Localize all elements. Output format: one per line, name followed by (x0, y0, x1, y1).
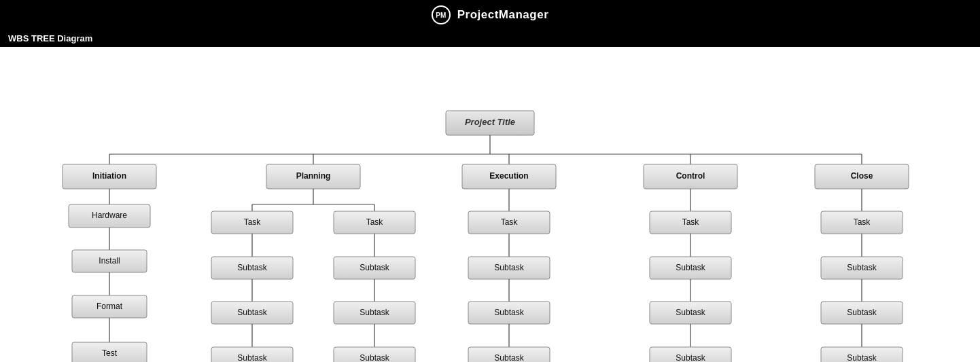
close-sub3-label: Subtask (847, 353, 877, 362)
close-sub1-label: Subtask (847, 263, 877, 272)
pm-logo: PM (432, 5, 451, 24)
p-task2-sub2-label: Subtask (360, 308, 389, 317)
diagram-area: Project Title Initiation Hardware Instal… (0, 47, 980, 362)
ctrl-sub3-label: Subtask (676, 353, 705, 362)
control-label: Control (676, 171, 705, 181)
top-bar: PM ProjectManager (0, 0, 980, 30)
close-label: Close (851, 171, 873, 181)
app-title: ProjectManager (457, 8, 549, 22)
p-task2-sub3-label: Subtask (360, 353, 389, 362)
planning-task1-label: Task (244, 217, 262, 227)
format-label: Format (97, 302, 123, 311)
initiation-label: Initiation (92, 171, 126, 181)
exec-sub3-label: Subtask (494, 353, 524, 362)
section-header: WBS TREE Diagram (0, 30, 980, 47)
planning-task2-label: Task (366, 217, 384, 227)
install-label: Install (99, 256, 120, 266)
exec-sub2-label: Subtask (494, 308, 524, 317)
exec-sub1-label: Subtask (494, 263, 524, 272)
ctrl-sub2-label: Subtask (676, 308, 705, 317)
close-task-label: Task (854, 217, 871, 227)
ctrl-task-label: Task (682, 217, 700, 227)
root-label: Project Title (465, 117, 515, 127)
p-task1-sub2-label: Subtask (237, 308, 267, 317)
execution-label: Execution (489, 171, 528, 181)
close-sub2-label: Subtask (847, 308, 877, 317)
test-label: Test (102, 348, 118, 358)
p-task1-sub1-label: Subtask (237, 263, 267, 272)
planning-label: Planning (296, 171, 331, 181)
exec-task-label: Task (501, 217, 519, 227)
wbs-diagram: Project Title Initiation Hardware Instal… (0, 54, 980, 362)
p-task2-sub1-label: Subtask (360, 263, 389, 272)
hardware-label: Hardware (92, 211, 127, 220)
p-task1-sub3-label: Subtask (237, 353, 267, 362)
ctrl-sub1-label: Subtask (676, 263, 705, 272)
